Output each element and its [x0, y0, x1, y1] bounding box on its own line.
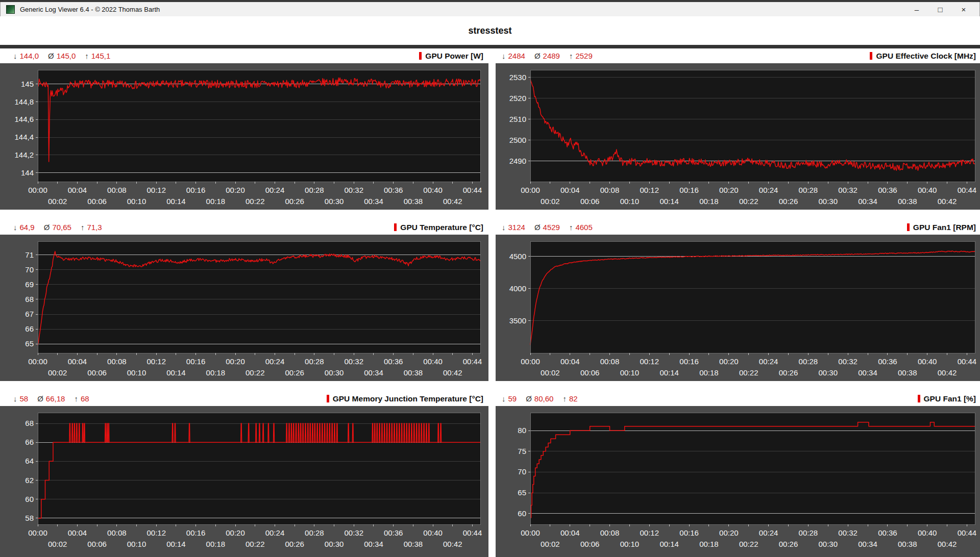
maximize-button[interactable]: □	[928, 2, 952, 16]
chart-block-gpu-fan1-rpm: ↓ 3124 Ø 4529 ↑ 4605 GPU Fan1 [RPM] 4500…	[496, 220, 980, 381]
svg-text:00:42: 00:42	[443, 197, 462, 206]
svg-text:00:26: 00:26	[779, 197, 798, 206]
svg-text:00:00: 00:00	[28, 186, 47, 194]
svg-text:00:32: 00:32	[838, 357, 857, 366]
min-arrow-icon: ↓	[502, 223, 506, 232]
app-icon	[6, 5, 15, 14]
svg-text:00:38: 00:38	[898, 197, 917, 206]
chart-canvas-gpu-effective-clock[interactable]: 2530252025102500249000:0000:0200:0400:06…	[496, 63, 980, 210]
svg-text:00:22: 00:22	[739, 197, 758, 206]
max-arrow-icon: ↑	[85, 52, 89, 60]
svg-text:00:22: 00:22	[246, 197, 265, 206]
svg-text:00:32: 00:32	[345, 357, 364, 366]
svg-text:00:30: 00:30	[818, 197, 838, 206]
avg-icon: Ø	[44, 223, 50, 232]
svg-text:00:42: 00:42	[938, 368, 957, 377]
svg-text:00:36: 00:36	[878, 357, 897, 366]
min-value: 3124	[508, 223, 525, 232]
avg-value: 70,65	[52, 223, 71, 232]
chart-block-gpu-power: ↓ 144,0 Ø 145,0 ↑ 145,1 GPU Power [W] 14…	[0, 48, 488, 210]
svg-text:2500: 2500	[509, 136, 526, 144]
svg-text:144,8: 144,8	[14, 97, 34, 106]
svg-text:00:14: 00:14	[659, 540, 679, 548]
svg-text:00:16: 00:16	[186, 357, 206, 366]
chart-block-gpu-memory-junction-temperature: ↓ 58 Ø 66,18 ↑ 68 GPU Memory Junction Te…	[0, 391, 488, 557]
svg-text:00:34: 00:34	[364, 197, 383, 206]
svg-text:00:22: 00:22	[739, 540, 758, 548]
chart-block-gpu-fan1-percent: ↓ 59 Ø 80,60 ↑ 82 GPU Fan1 [%] 807570656…	[496, 391, 980, 557]
svg-text:00:04: 00:04	[68, 528, 87, 537]
min-value: 59	[508, 394, 517, 403]
avg-icon: Ø	[526, 394, 532, 403]
svg-text:00:22: 00:22	[246, 540, 265, 548]
page-title: stresstest	[468, 26, 511, 36]
svg-text:65: 65	[518, 488, 526, 497]
svg-text:00:06: 00:06	[87, 368, 107, 377]
min-arrow-icon: ↓	[502, 394, 506, 403]
svg-text:00:26: 00:26	[779, 368, 798, 377]
svg-text:00:34: 00:34	[858, 197, 877, 206]
chart-canvas-gpu-fan1-percent[interactable]: 807570656000:0000:0200:0400:0600:0800:10…	[496, 406, 980, 557]
svg-text:4000: 4000	[509, 284, 526, 293]
max-arrow-icon: ↑	[569, 52, 573, 60]
minimize-button[interactable]: –	[905, 2, 928, 16]
chart-stats: ↓ 2484 Ø 2489 ↑ 2529 GPU Effective Clock…	[496, 48, 980, 63]
svg-text:00:18: 00:18	[206, 197, 226, 206]
svg-text:00:40: 00:40	[918, 357, 937, 366]
close-button[interactable]: ×	[952, 2, 975, 16]
svg-text:144,6: 144,6	[14, 115, 34, 123]
chart-canvas-gpu-temperature[interactable]: 7170696867666500:0000:0200:0400:0600:080…	[0, 235, 488, 381]
svg-text:00:08: 00:08	[107, 528, 127, 537]
chart-canvas-gpu-power[interactable]: 145144,8144,6144,4144,214400:0000:0200:0…	[0, 63, 488, 210]
min-arrow-icon: ↓	[13, 52, 17, 60]
svg-text:00:36: 00:36	[384, 357, 403, 366]
chart-canvas-gpu-memory-junction-temperature[interactable]: 68666462605800:0000:0200:0400:0600:0800:…	[0, 406, 488, 557]
series-color-icon	[907, 223, 910, 231]
svg-text:00:12: 00:12	[146, 357, 166, 366]
svg-text:00:32: 00:32	[838, 528, 857, 537]
svg-text:75: 75	[518, 447, 526, 455]
svg-text:00:14: 00:14	[659, 368, 679, 377]
chart-title: GPU Power [W]	[425, 52, 483, 61]
svg-text:00:04: 00:04	[68, 357, 87, 366]
svg-text:00:28: 00:28	[305, 186, 324, 194]
series-color-icon	[327, 395, 329, 402]
svg-text:00:18: 00:18	[206, 368, 226, 377]
max-value: 145,1	[91, 52, 111, 60]
chart-title: GPU Temperature [°C]	[400, 223, 483, 232]
svg-text:144: 144	[21, 168, 34, 177]
svg-text:00:16: 00:16	[679, 528, 699, 537]
svg-text:00:38: 00:38	[898, 368, 917, 377]
svg-text:00:32: 00:32	[838, 186, 857, 194]
svg-text:62: 62	[25, 476, 34, 485]
svg-text:00:28: 00:28	[799, 357, 818, 366]
svg-text:68: 68	[25, 419, 34, 427]
min-arrow-icon: ↓	[502, 52, 506, 60]
svg-text:00:40: 00:40	[423, 528, 443, 537]
svg-text:00:02: 00:02	[541, 368, 560, 377]
max-value: 2529	[575, 52, 592, 60]
chart-canvas-gpu-fan1-rpm[interactable]: 45004000350000:0000:0200:0400:0600:0800:…	[496, 235, 980, 381]
svg-text:00:36: 00:36	[384, 186, 403, 194]
svg-text:00:36: 00:36	[878, 528, 897, 537]
svg-text:00:02: 00:02	[48, 368, 67, 377]
svg-text:00:26: 00:26	[285, 197, 304, 206]
svg-text:65: 65	[25, 339, 34, 348]
avg-value: 66,18	[46, 394, 65, 403]
svg-text:00:12: 00:12	[640, 357, 659, 366]
svg-text:00:12: 00:12	[640, 186, 659, 194]
min-arrow-icon: ↓	[13, 394, 17, 403]
svg-text:00:20: 00:20	[719, 357, 739, 366]
document-header: stresstest	[0, 16, 980, 45]
svg-text:144,2: 144,2	[14, 150, 34, 159]
svg-text:58: 58	[25, 514, 34, 522]
column-gap	[488, 48, 496, 210]
svg-text:2490: 2490	[509, 157, 526, 165]
svg-text:00:06: 00:06	[580, 197, 600, 206]
svg-text:00:00: 00:00	[521, 357, 540, 366]
svg-text:00:02: 00:02	[541, 197, 560, 206]
svg-text:00:38: 00:38	[404, 540, 423, 548]
avg-value: 145,0	[57, 52, 76, 60]
svg-text:00:10: 00:10	[127, 368, 146, 377]
svg-text:00:44: 00:44	[958, 357, 977, 366]
